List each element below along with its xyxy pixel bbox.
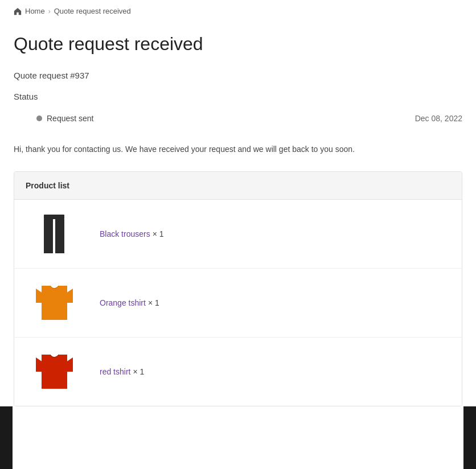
product-image-orange-tshirt [31, 280, 77, 326]
product-name-trousers[interactable]: Black trousers [100, 229, 150, 238]
product-info-trousers: Black trousers × 1 [100, 229, 164, 238]
status-dot [36, 116, 42, 121]
status-date: Dec 08, 2022 [415, 114, 462, 123]
right-sidebar-bar [463, 406, 476, 469]
svg-rect-1 [53, 219, 55, 236]
product-item-orange-tshirt: Orange tshirt × 1 [14, 269, 462, 338]
thank-you-message: Hi, thank you for contacting us. We have… [14, 143, 462, 155]
product-item-trousers: Black trousers × 1 [14, 200, 462, 269]
product-info-red-tshirt: red tshirt × 1 [100, 367, 144, 376]
breadcrumb-home-link[interactable]: Home [25, 7, 45, 15]
product-list-header: Product list [14, 172, 462, 200]
product-quantity-red-tshirt: × 1 [133, 367, 144, 376]
breadcrumb-current: Quote request received [54, 7, 131, 15]
breadcrumb: Home › Quote request received [0, 0, 476, 22]
product-name-red-tshirt[interactable]: red tshirt [100, 367, 130, 376]
status-left: Request sent [36, 114, 94, 123]
tshirt-orange-icon [36, 286, 73, 320]
product-info-orange-tshirt: Orange tshirt × 1 [100, 298, 159, 307]
status-text: Request sent [47, 114, 94, 123]
main-content: Quote request received Quote request #93… [0, 22, 476, 429]
page-title: Quote request received [14, 34, 462, 55]
quote-number: Quote request #937 [14, 71, 462, 80]
product-name-orange-tshirt[interactable]: Orange tshirt [100, 298, 146, 307]
product-item-red-tshirt: red tshirt × 1 [14, 338, 462, 406]
product-quantity-trousers: × 1 [153, 229, 164, 238]
breadcrumb-separator: › [48, 7, 51, 15]
home-icon [14, 7, 22, 15]
trousers-icon [43, 215, 65, 253]
product-image-red-tshirt [31, 349, 77, 394]
svg-rect-0 [44, 215, 64, 219]
product-image-trousers [31, 211, 77, 257]
product-quantity-orange-tshirt: × 1 [148, 298, 159, 307]
status-label: Status [14, 92, 462, 101]
product-list: Product list Black trousers × 1 [14, 171, 462, 406]
tshirt-red-icon [36, 355, 73, 389]
status-row: Request sent Dec 08, 2022 [14, 109, 462, 127]
left-sidebar-bar [0, 406, 13, 469]
